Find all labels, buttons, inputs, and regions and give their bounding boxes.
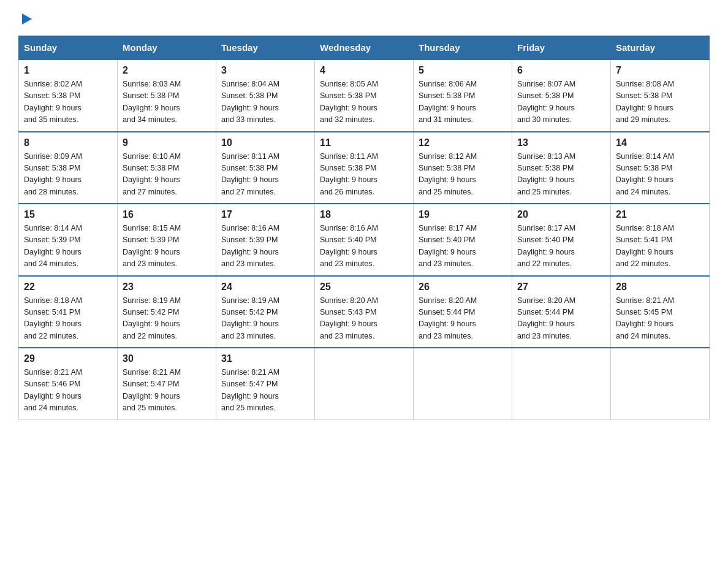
day-number: 2 bbox=[123, 65, 211, 76]
day-number: 30 bbox=[123, 353, 211, 364]
day-info: Sunrise: 8:19 AM Sunset: 5:42 PM Dayligh… bbox=[123, 295, 211, 343]
day-info: Sunrise: 8:10 AM Sunset: 5:38 PM Dayligh… bbox=[123, 151, 211, 199]
day-number: 25 bbox=[320, 282, 408, 293]
calendar-cell bbox=[414, 348, 512, 419]
calendar-cell bbox=[512, 348, 611, 419]
calendar-cell: 7 Sunrise: 8:08 AM Sunset: 5:38 PM Dayli… bbox=[611, 59, 710, 132]
calendar-cell: 3 Sunrise: 8:04 AM Sunset: 5:38 PM Dayli… bbox=[216, 59, 315, 132]
day-info: Sunrise: 8:07 AM Sunset: 5:38 PM Dayligh… bbox=[517, 79, 605, 126]
day-number: 12 bbox=[419, 137, 507, 148]
calendar-cell: 18 Sunrise: 8:16 AM Sunset: 5:40 PM Dayl… bbox=[315, 204, 414, 276]
day-info: Sunrise: 8:11 AM Sunset: 5:38 PM Dayligh… bbox=[320, 151, 408, 199]
day-number: 24 bbox=[221, 282, 309, 293]
header-row: SundayMondayTuesdayWednesdayThursdayFrid… bbox=[19, 36, 710, 60]
day-number: 31 bbox=[221, 353, 309, 364]
header-day-sunday: Sunday bbox=[19, 36, 118, 60]
day-info: Sunrise: 8:06 AM Sunset: 5:38 PM Dayligh… bbox=[419, 79, 507, 126]
calendar-cell: 21 Sunrise: 8:18 AM Sunset: 5:41 PM Dayl… bbox=[611, 204, 710, 276]
day-info: Sunrise: 8:21 AM Sunset: 5:45 PM Dayligh… bbox=[616, 295, 704, 343]
day-info: Sunrise: 8:04 AM Sunset: 5:38 PM Dayligh… bbox=[221, 79, 309, 126]
day-number: 22 bbox=[24, 282, 112, 293]
week-row-4: 22 Sunrise: 8:18 AM Sunset: 5:41 PM Dayl… bbox=[19, 276, 710, 348]
day-number: 5 bbox=[419, 65, 507, 76]
calendar-cell bbox=[611, 348, 710, 419]
day-number: 17 bbox=[221, 209, 309, 220]
day-info: Sunrise: 8:08 AM Sunset: 5:38 PM Dayligh… bbox=[616, 79, 704, 126]
calendar-cell: 12 Sunrise: 8:12 AM Sunset: 5:38 PM Dayl… bbox=[414, 132, 512, 204]
day-number: 23 bbox=[123, 282, 211, 293]
calendar-cell: 5 Sunrise: 8:06 AM Sunset: 5:38 PM Dayli… bbox=[414, 59, 512, 132]
calendar-table: SundayMondayTuesdayWednesdayThursdayFrid… bbox=[18, 36, 710, 420]
calendar-cell: 20 Sunrise: 8:17 AM Sunset: 5:40 PM Dayl… bbox=[512, 204, 611, 276]
calendar-cell: 1 Sunrise: 8:02 AM Sunset: 5:38 PM Dayli… bbox=[19, 59, 118, 132]
day-number: 21 bbox=[616, 209, 704, 220]
day-info: Sunrise: 8:11 AM Sunset: 5:38 PM Dayligh… bbox=[221, 151, 309, 199]
calendar-cell: 6 Sunrise: 8:07 AM Sunset: 5:38 PM Dayli… bbox=[512, 59, 611, 132]
svg-marker-0 bbox=[22, 13, 32, 25]
calendar-cell: 16 Sunrise: 8:15 AM Sunset: 5:39 PM Dayl… bbox=[118, 204, 216, 276]
day-info: Sunrise: 8:21 AM Sunset: 5:47 PM Dayligh… bbox=[123, 367, 211, 415]
day-info: Sunrise: 8:05 AM Sunset: 5:38 PM Dayligh… bbox=[320, 79, 408, 126]
calendar-cell: 29 Sunrise: 8:21 AM Sunset: 5:46 PM Dayl… bbox=[19, 348, 118, 419]
day-number: 14 bbox=[616, 137, 704, 148]
calendar-cell: 8 Sunrise: 8:09 AM Sunset: 5:38 PM Dayli… bbox=[19, 132, 118, 204]
week-row-1: 1 Sunrise: 8:02 AM Sunset: 5:38 PM Dayli… bbox=[19, 59, 710, 132]
day-number: 3 bbox=[221, 65, 309, 76]
calendar-cell: 24 Sunrise: 8:19 AM Sunset: 5:42 PM Dayl… bbox=[216, 276, 315, 348]
calendar-cell: 26 Sunrise: 8:20 AM Sunset: 5:44 PM Dayl… bbox=[414, 276, 512, 348]
day-info: Sunrise: 8:16 AM Sunset: 5:39 PM Dayligh… bbox=[221, 223, 309, 270]
calendar-cell: 15 Sunrise: 8:14 AM Sunset: 5:39 PM Dayl… bbox=[19, 204, 118, 276]
day-number: 27 bbox=[517, 282, 605, 293]
header-day-friday: Friday bbox=[512, 36, 611, 60]
calendar-cell: 9 Sunrise: 8:10 AM Sunset: 5:38 PM Dayli… bbox=[118, 132, 216, 204]
day-info: Sunrise: 8:21 AM Sunset: 5:47 PM Dayligh… bbox=[221, 367, 309, 415]
day-number: 6 bbox=[517, 65, 605, 76]
header-day-thursday: Thursday bbox=[414, 36, 512, 60]
day-number: 10 bbox=[221, 137, 309, 148]
calendar-cell: 25 Sunrise: 8:20 AM Sunset: 5:43 PM Dayl… bbox=[315, 276, 414, 348]
week-row-5: 29 Sunrise: 8:21 AM Sunset: 5:46 PM Dayl… bbox=[19, 348, 710, 419]
day-info: Sunrise: 8:12 AM Sunset: 5:38 PM Dayligh… bbox=[419, 151, 507, 199]
calendar-cell: 28 Sunrise: 8:21 AM Sunset: 5:45 PM Dayl… bbox=[611, 276, 710, 348]
calendar-cell: 11 Sunrise: 8:11 AM Sunset: 5:38 PM Dayl… bbox=[315, 132, 414, 204]
day-number: 29 bbox=[24, 353, 112, 364]
day-info: Sunrise: 8:18 AM Sunset: 5:41 PM Dayligh… bbox=[616, 223, 704, 270]
calendar-cell: 22 Sunrise: 8:18 AM Sunset: 5:41 PM Dayl… bbox=[19, 276, 118, 348]
header-day-tuesday: Tuesday bbox=[216, 36, 315, 60]
day-number: 26 bbox=[419, 282, 507, 293]
day-number: 7 bbox=[616, 65, 704, 76]
day-info: Sunrise: 8:15 AM Sunset: 5:39 PM Dayligh… bbox=[123, 223, 211, 270]
day-number: 4 bbox=[320, 65, 408, 76]
day-number: 9 bbox=[123, 137, 211, 148]
day-info: Sunrise: 8:13 AM Sunset: 5:38 PM Dayligh… bbox=[517, 151, 605, 199]
day-number: 15 bbox=[24, 209, 112, 220]
day-info: Sunrise: 8:18 AM Sunset: 5:41 PM Dayligh… bbox=[24, 295, 112, 343]
page-header bbox=[18, 12, 710, 26]
calendar-cell: 14 Sunrise: 8:14 AM Sunset: 5:38 PM Dayl… bbox=[611, 132, 710, 204]
day-info: Sunrise: 8:03 AM Sunset: 5:38 PM Dayligh… bbox=[123, 79, 211, 126]
day-info: Sunrise: 8:20 AM Sunset: 5:44 PM Dayligh… bbox=[419, 295, 507, 343]
day-number: 11 bbox=[320, 137, 408, 148]
day-number: 8 bbox=[24, 137, 112, 148]
day-number: 19 bbox=[419, 209, 507, 220]
day-number: 20 bbox=[517, 209, 605, 220]
calendar-cell: 10 Sunrise: 8:11 AM Sunset: 5:38 PM Dayl… bbox=[216, 132, 315, 204]
calendar-cell: 4 Sunrise: 8:05 AM Sunset: 5:38 PM Dayli… bbox=[315, 59, 414, 132]
calendar-cell: 17 Sunrise: 8:16 AM Sunset: 5:39 PM Dayl… bbox=[216, 204, 315, 276]
day-info: Sunrise: 8:09 AM Sunset: 5:38 PM Dayligh… bbox=[24, 151, 112, 199]
day-info: Sunrise: 8:02 AM Sunset: 5:38 PM Dayligh… bbox=[24, 79, 112, 126]
calendar-cell bbox=[315, 348, 414, 419]
calendar-cell: 2 Sunrise: 8:03 AM Sunset: 5:38 PM Dayli… bbox=[118, 59, 216, 132]
header-day-wednesday: Wednesday bbox=[315, 36, 414, 60]
header-day-monday: Monday bbox=[118, 36, 216, 60]
calendar-cell: 19 Sunrise: 8:17 AM Sunset: 5:40 PM Dayl… bbox=[414, 204, 512, 276]
day-info: Sunrise: 8:14 AM Sunset: 5:38 PM Dayligh… bbox=[616, 151, 704, 199]
calendar-cell: 31 Sunrise: 8:21 AM Sunset: 5:47 PM Dayl… bbox=[216, 348, 315, 419]
day-info: Sunrise: 8:19 AM Sunset: 5:42 PM Dayligh… bbox=[221, 295, 309, 343]
calendar-cell: 30 Sunrise: 8:21 AM Sunset: 5:47 PM Dayl… bbox=[118, 348, 216, 419]
calendar-cell: 27 Sunrise: 8:20 AM Sunset: 5:44 PM Dayl… bbox=[512, 276, 611, 348]
day-number: 13 bbox=[517, 137, 605, 148]
calendar-cell: 23 Sunrise: 8:19 AM Sunset: 5:42 PM Dayl… bbox=[118, 276, 216, 348]
calendar-cell: 13 Sunrise: 8:13 AM Sunset: 5:38 PM Dayl… bbox=[512, 132, 611, 204]
day-number: 18 bbox=[320, 209, 408, 220]
